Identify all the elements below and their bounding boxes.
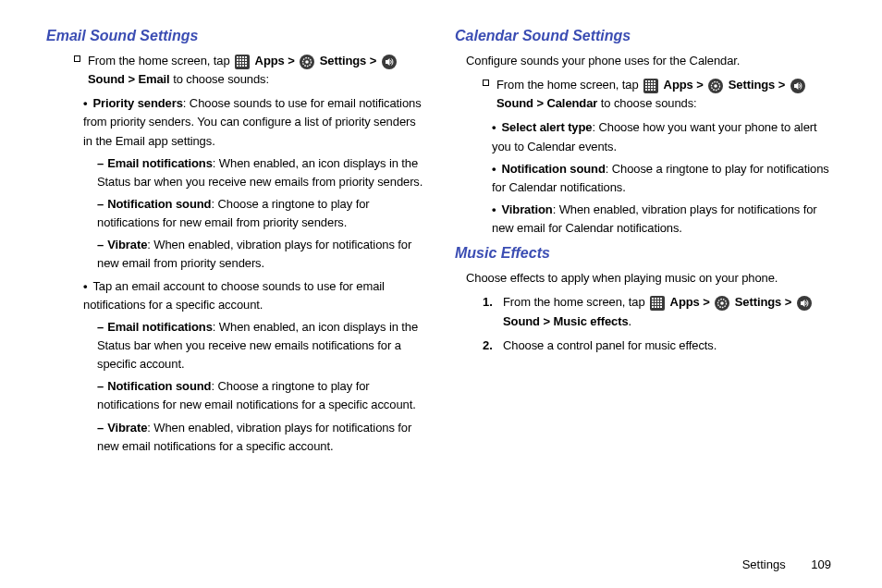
music-intro: Choose effects to apply when playing mus… <box>455 269 836 288</box>
svg-rect-32 <box>651 86 653 88</box>
text: From the home screen, tap <box>496 78 642 92</box>
svg-rect-27 <box>648 83 650 85</box>
svg-rect-9 <box>237 62 239 64</box>
svg-rect-25 <box>654 80 655 82</box>
svg-rect-52 <box>655 303 656 305</box>
music-step-1: 1. From the home screen, tap Apps > Sett… <box>455 293 836 330</box>
page-footer: Settings 109 <box>742 557 831 571</box>
svg-rect-43 <box>652 298 654 300</box>
notification-sound-item: Notification sound: Choose a ringtone to… <box>46 195 427 232</box>
svg-rect-44 <box>655 298 656 300</box>
text: to choose sounds: <box>601 96 697 110</box>
svg-rect-3 <box>242 56 244 58</box>
apps-grid-icon <box>650 296 665 311</box>
svg-rect-37 <box>654 89 655 91</box>
svg-rect-16 <box>245 65 247 67</box>
email-sound-heading: Email Sound Settings <box>46 28 427 44</box>
svg-rect-33 <box>654 86 655 88</box>
svg-rect-47 <box>652 300 654 302</box>
step-number: 2. <box>483 337 503 355</box>
svg-rect-24 <box>651 80 653 82</box>
square-bullet-icon <box>74 55 80 62</box>
text: Sound > Email <box>88 72 170 86</box>
footer-page-number: 109 <box>811 557 831 571</box>
svg-rect-55 <box>652 306 654 308</box>
calendar-sound-heading: Calendar Sound Settings <box>455 28 836 44</box>
select-alert-type-item: Select alert type: Choose how you want y… <box>455 118 836 155</box>
text: Apps > <box>670 295 710 309</box>
text: Sound > Music effects <box>503 314 629 328</box>
music-step-2: 2. Choose a control panel for music effe… <box>455 337 836 355</box>
apps-grid-icon <box>643 79 658 93</box>
text: Settings > <box>320 54 377 67</box>
settings-gear-icon <box>300 55 314 69</box>
svg-rect-7 <box>242 59 244 61</box>
svg-rect-5 <box>237 59 239 61</box>
sound-speaker-icon <box>382 55 397 69</box>
svg-rect-56 <box>655 306 656 308</box>
svg-rect-45 <box>657 298 659 300</box>
svg-rect-29 <box>654 83 655 85</box>
cal-vibration-item: Vibration: When enabled, vibration plays… <box>455 201 836 238</box>
svg-rect-8 <box>245 59 247 61</box>
svg-rect-34 <box>645 89 647 91</box>
svg-rect-22 <box>645 80 647 82</box>
vibrate-item-2: Vibrate: When enabled, vibration plays f… <box>46 419 427 456</box>
text: Apps > <box>255 54 295 67</box>
vibrate-item: Vibrate: When enabled, vibration plays f… <box>46 236 427 273</box>
svg-rect-14 <box>239 65 241 67</box>
svg-rect-58 <box>660 306 662 308</box>
svg-point-61 <box>720 301 724 305</box>
email-lead: From the home screen, tap Apps > Setting… <box>46 52 427 89</box>
svg-rect-57 <box>657 306 659 308</box>
square-bullet-icon <box>483 80 489 86</box>
calendar-intro: Configure sounds your phone uses for the… <box>455 52 836 70</box>
svg-rect-10 <box>239 62 241 64</box>
svg-point-19 <box>305 60 309 64</box>
calendar-lead: From the home screen, tap Apps > Setting… <box>455 76 836 113</box>
right-column: Calendar Sound Settings Configure sounds… <box>455 28 836 459</box>
text: Apps > <box>664 78 704 92</box>
text: to choose sounds: <box>173 72 269 86</box>
svg-rect-6 <box>239 59 241 61</box>
left-column: Email Sound Settings From the home scree… <box>46 28 427 459</box>
svg-rect-36 <box>651 89 653 91</box>
svg-rect-49 <box>657 300 659 302</box>
text: Settings > <box>729 78 786 92</box>
footer-section: Settings <box>742 557 786 571</box>
cal-notification-sound-item: Notification sound: Choose a ringtone to… <box>455 160 836 197</box>
svg-rect-23 <box>648 80 650 82</box>
svg-rect-26 <box>645 83 647 85</box>
svg-rect-51 <box>652 303 654 305</box>
sound-speaker-icon <box>790 79 805 93</box>
svg-rect-48 <box>655 300 656 302</box>
svg-rect-1 <box>237 56 239 58</box>
svg-rect-53 <box>657 303 659 305</box>
settings-gear-icon <box>715 296 729 311</box>
apps-grid-icon <box>235 55 250 69</box>
svg-rect-30 <box>645 86 647 88</box>
svg-rect-11 <box>242 62 244 64</box>
tap-account-item: Tap an email account to choose sounds to… <box>46 277 427 314</box>
priority-senders-item: Priority senders: Choose sounds to use f… <box>46 94 427 150</box>
svg-rect-28 <box>651 83 653 85</box>
sound-speaker-icon <box>797 296 812 311</box>
text: Settings > <box>735 295 792 309</box>
svg-rect-50 <box>660 300 662 302</box>
svg-rect-31 <box>648 86 650 88</box>
svg-point-40 <box>714 84 717 88</box>
email-notifications-item: Email notifications: When enabled, an ic… <box>46 154 427 191</box>
text: From the home screen, tap <box>503 295 648 309</box>
svg-rect-4 <box>245 56 247 58</box>
music-effects-heading: Music Effects <box>455 245 836 262</box>
svg-rect-2 <box>239 56 241 58</box>
step-number: 1. <box>483 293 503 330</box>
text: Choose a control panel for music effects… <box>503 338 717 352</box>
svg-rect-13 <box>237 65 239 67</box>
text: . <box>629 314 632 328</box>
email-notifications-item-2: Email notifications: When enabled, an ic… <box>46 318 427 374</box>
svg-rect-12 <box>245 62 247 64</box>
svg-rect-35 <box>648 89 650 91</box>
svg-rect-46 <box>660 298 662 300</box>
notification-sound-item-2: Notification sound: Choose a ringtone to… <box>46 377 427 414</box>
